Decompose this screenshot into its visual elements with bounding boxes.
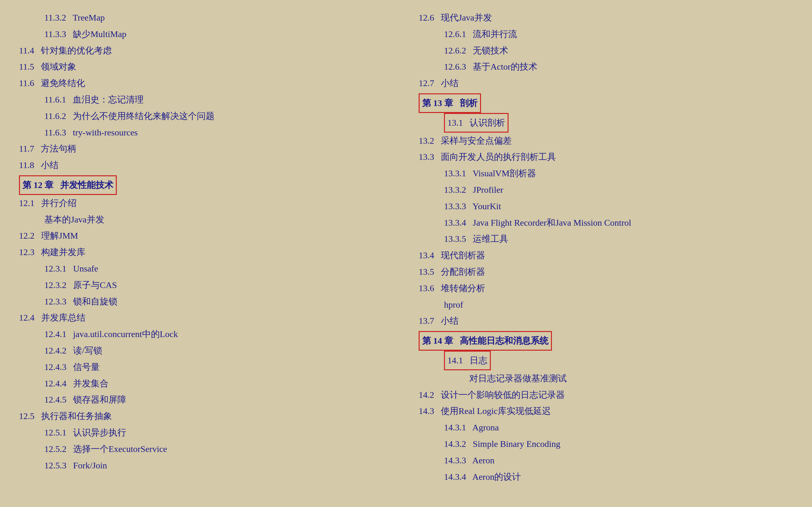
toc-item: 12.3.1 Unsafe [19, 261, 393, 277]
highlight-label: 第 14 章 高性能日志和消息系统 [419, 331, 552, 351]
toc-item: 12.1 并行介绍 [19, 195, 393, 211]
toc-item: 11.6.1 血泪史：忘记清理 [19, 92, 393, 108]
toc-item: 13.4 现代剖析器 [419, 247, 793, 264]
toc-item: 第 12 章 并发性能技术 [19, 175, 393, 195]
toc-item: 12.5.1 认识异步执行 [19, 425, 393, 441]
toc-item: 11.6 避免终结化 [19, 75, 393, 92]
toc-item: 11.6.2 为什么不使用终结化来解决这个问题 [19, 108, 393, 124]
toc-item: 12.6.1 流和并行流 [419, 26, 793, 42]
toc-item: 13.2 采样与安全点偏差 [419, 132, 793, 149]
toc-item: 14.3.3 Aeron [419, 452, 793, 469]
highlight-label: 14.1 日志 [444, 351, 491, 370]
toc-item: 14.3 使用Real Logic库实现低延迟 [419, 403, 793, 419]
toc-item: 14.3.4 Aeron的设计 [419, 469, 793, 485]
toc-item: 12.4.2 读/写锁 [19, 342, 393, 359]
toc-item: 11.4 针对集的优化考虑 [19, 42, 393, 59]
toc-item: 11.3.3 缺少MultiMap [19, 26, 393, 42]
left-column: 11.3.2 TreeMap11.3.3 缺少MultiMap11.4 针对集的… [19, 9, 406, 498]
toc-item: 12.4.4 并发集合 [19, 375, 393, 392]
toc-item: 13.3 面向开发人员的执行剖析工具 [419, 149, 793, 165]
toc-item: 12.6.2 无锁技术 [419, 42, 793, 59]
toc-item: 对日志记录器做基准测试 [419, 370, 793, 387]
toc-item: 13.3.5 运维工具 [419, 231, 793, 247]
toc-item: 14.3.1 Agrona [419, 419, 793, 436]
toc-item: 12.5.2 选择一个ExecutorService [19, 441, 393, 457]
highlight-label: 13.1 认识剖析 [444, 113, 509, 132]
toc-item: 12.4.3 信号量 [19, 359, 393, 375]
toc-item: 13.5 分配剖析器 [419, 264, 793, 280]
toc-item: 12.2 理解JMM [19, 228, 393, 244]
toc-item: 13.6 堆转储分析 [419, 280, 793, 296]
toc-item: 14.2 设计一个影响较低的日志记录器 [419, 387, 793, 403]
toc-item: 13.3.4 Java Flight Recorder和Java Mission… [419, 215, 793, 231]
toc-item: 13.3.2 JProfiler [419, 182, 793, 198]
toc-item: 第 13 章 剖析 [419, 93, 793, 113]
toc-item: 13.1 认识剖析 [419, 113, 793, 132]
toc-item: 12.6.3 基于Actor的技术 [419, 59, 793, 75]
toc-item: 11.3.2 TreeMap [19, 9, 393, 26]
toc-item: 12.4.1 java.util.concurrent中的Lock [19, 326, 393, 342]
toc-item: 12.6 现代Java并发 [419, 9, 793, 26]
highlight-label: 第 13 章 剖析 [419, 93, 481, 113]
toc-item: 12.5.3 Fork/Join [19, 457, 393, 474]
toc-item: 12.7 小结 [419, 75, 793, 92]
toc-item: 基本的Java并发 [19, 211, 393, 228]
toc-item: 13.3.3 YourKit [419, 198, 793, 215]
toc-item: hprof [419, 296, 793, 313]
highlight-label: 第 12 章 并发性能技术 [19, 175, 117, 195]
toc-item: 12.5 执行器和任务抽象 [19, 408, 393, 425]
toc-item: 14.1 日志 [419, 351, 793, 370]
toc-item: 12.4.5 锁存器和屏障 [19, 392, 393, 408]
toc-item: 11.5 领域对象 [19, 59, 393, 75]
toc-item: 13.3.1 VisualVM剖析器 [419, 165, 793, 182]
toc-item: 14.3.2 Simple Binary Encoding [419, 436, 793, 452]
toc-item: 11.6.3 try-with-resources [19, 124, 393, 141]
toc-item: 第 14 章 高性能日志和消息系统 [419, 331, 793, 351]
toc-item: 12.3.3 锁和自旋锁 [19, 293, 393, 310]
toc-item: 13.7 小结 [419, 313, 793, 329]
toc-item: 11.7 方法句柄 [19, 140, 393, 157]
toc-item: 11.8 小结 [19, 157, 393, 173]
toc-item: 12.4 并发库总结 [19, 309, 393, 326]
toc-item: 12.3 构建并发库 [19, 244, 393, 261]
right-column: 12.6 现代Java并发12.6.1 流和并行流12.6.2 无锁技术12.6… [406, 9, 793, 498]
toc-item: 12.3.2 原子与CAS [19, 277, 393, 293]
